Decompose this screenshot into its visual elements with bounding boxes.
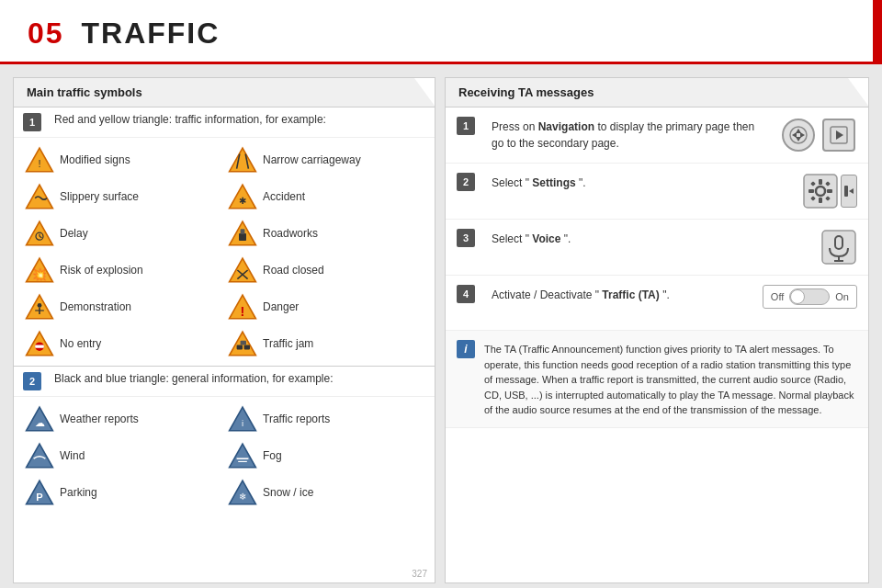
- toggle-off-label: Off: [771, 291, 784, 302]
- symbol-label: Narrow carriageway: [263, 153, 361, 166]
- traffic-ta-toggle[interactable]: Off On: [763, 285, 857, 309]
- svg-rect-62: [844, 186, 848, 197]
- svg-text:!: !: [241, 304, 245, 319]
- slippery-surface-icon: [25, 182, 54, 211]
- symbol-label: Parking: [60, 486, 97, 499]
- right-panel: Receiving TA messages 1 Press on Navigat…: [445, 77, 869, 583]
- section1-row: 1 Red and yellow triangle: traffic infor…: [14, 107, 435, 138]
- svg-rect-30: [237, 345, 243, 350]
- page-title: 05 TRAFFIC: [28, 17, 220, 50]
- step1-row: 1 Press on Navigation to display the pri…: [446, 107, 868, 164]
- svg-rect-55: [819, 198, 822, 203]
- section1-symbols: ! Modified signs Narrow carriageway Slip: [14, 138, 435, 366]
- list-item: i Traffic reports: [224, 401, 427, 437]
- step1-content: Press on Navigation to display the prima…: [492, 117, 765, 152]
- chapter-title: TRAFFIC: [81, 17, 220, 50]
- demonstration-icon: [25, 292, 54, 322]
- toggle-knob: [790, 289, 805, 304]
- section2-symbols: ☁ Weather reports i Traffic reports Wind: [14, 397, 435, 514]
- svg-rect-28: [35, 345, 44, 348]
- symbol-label: Delay: [60, 227, 88, 240]
- step3-row: 3 Select " Voice ".: [446, 220, 868, 276]
- symbol-label: Slippery surface: [60, 190, 139, 203]
- no-entry-icon: [25, 329, 54, 358]
- svg-point-21: [38, 303, 42, 308]
- left-panel: Main traffic symbols 1 Red and yellow tr…: [13, 77, 435, 583]
- step3-icon: [775, 229, 857, 266]
- step1-text-before: Press on: [492, 120, 538, 133]
- step2-content: Select " Settings ".: [492, 173, 765, 191]
- list-item: Slippery surface: [21, 178, 224, 215]
- svg-text:i: i: [242, 418, 243, 428]
- narrow-carriageway-icon: [228, 145, 257, 175]
- right-panel-title: Receiving TA messages: [458, 85, 594, 99]
- chapter-tab: [873, 0, 882, 62]
- symbol-label: Fog: [263, 449, 282, 462]
- section2-description: Black and blue triangle: general informa…: [54, 372, 334, 385]
- step4-icon: Off On: [775, 285, 857, 309]
- fog-icon: [228, 441, 257, 470]
- list-item: Road closed: [224, 252, 427, 288]
- svg-rect-56: [808, 189, 814, 193]
- page-header: 05 TRAFFIC: [0, 0, 882, 64]
- info-row: i The TA (Traffic Announcement) function…: [446, 331, 868, 428]
- svg-marker-2: [230, 148, 256, 172]
- symbol-label: Risk of explosion: [60, 264, 143, 277]
- step2-text-bold: Settings: [532, 176, 575, 189]
- step1-text-bold: Navigation: [538, 120, 594, 133]
- section2-row: 2 Black and blue triangle: general infor…: [14, 366, 435, 397]
- svg-rect-14: [241, 229, 245, 234]
- svg-rect-31: [244, 345, 250, 350]
- symbol-label: Traffic jam: [263, 337, 313, 350]
- symbol-label: Traffic reports: [263, 413, 330, 425]
- play-indicator-icon: [841, 175, 857, 208]
- symbol-label: Weather reports: [60, 413, 139, 425]
- step3-content: Select " Voice ".: [492, 229, 765, 247]
- svg-text:P: P: [36, 492, 43, 503]
- list-item: P Parking: [21, 474, 224, 511]
- svg-rect-13: [239, 233, 246, 241]
- svg-marker-17: [230, 258, 256, 282]
- symbol-label: Snow / ice: [263, 486, 313, 499]
- info-text: The TA (Traffic Announcement) function g…: [484, 344, 854, 415]
- page-number: 327: [412, 569, 427, 579]
- section1-badge: 1: [23, 113, 41, 131]
- list-item: ❄ Snow / ice: [224, 474, 427, 511]
- symbol-label: Road closed: [263, 264, 324, 277]
- nav-arrow-icon: [822, 119, 855, 152]
- list-item: ☁ Weather reports: [21, 401, 224, 437]
- list-item: ! Modified signs: [21, 141, 224, 178]
- svg-rect-57: [827, 189, 832, 193]
- list-item: Roadworks: [224, 215, 427, 252]
- list-item: Narrow carriageway: [224, 141, 427, 178]
- road-closed-icon: [228, 255, 257, 285]
- weather-reports-icon: ☁: [25, 404, 54, 434]
- svg-rect-32: [241, 341, 246, 345]
- step3-badge: 3: [457, 229, 475, 247]
- symbol-label: Roadworks: [263, 227, 318, 240]
- list-item: Wind: [21, 437, 224, 474]
- traffic-jam-icon: [228, 329, 257, 358]
- list-item: Demonstration: [21, 288, 224, 325]
- main-content: Main traffic symbols 1 Red and yellow tr…: [0, 64, 882, 583]
- symbol-label: Demonstration: [60, 300, 131, 313]
- parking-icon: P: [25, 478, 54, 507]
- step2-text-after: ".: [579, 176, 586, 189]
- toggle-on-label: On: [835, 291, 849, 302]
- svg-text:✱: ✱: [239, 196, 246, 206]
- roadworks-icon: [228, 219, 257, 248]
- left-panel-header: Main traffic symbols: [14, 78, 435, 107]
- svg-text:!: !: [38, 158, 40, 169]
- step1-icon: [775, 117, 857, 153]
- symbol-label: Modified signs: [60, 153, 130, 166]
- step4-content: Activate / Deactivate " Traffic (TA) ".: [492, 285, 765, 303]
- svg-marker-38: [230, 444, 256, 468]
- svg-marker-63: [849, 188, 854, 194]
- svg-text:☁: ☁: [35, 417, 45, 428]
- toggle-track[interactable]: [789, 288, 830, 305]
- svg-marker-8: [27, 221, 53, 245]
- step4-text-before: Activate / Deactivate ": [492, 288, 599, 301]
- list-item: Fog: [224, 437, 427, 474]
- step4-badge: 4: [457, 285, 475, 303]
- symbol-label: No entry: [60, 337, 101, 350]
